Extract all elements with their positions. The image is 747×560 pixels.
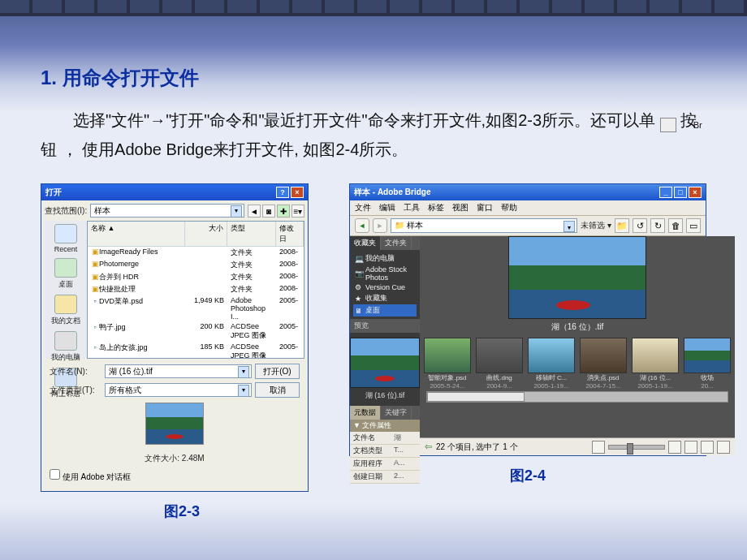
- tree-item[interactable]: 💻我的电脑: [353, 252, 417, 265]
- path-combo[interactable]: 📁 样本: [391, 218, 577, 233]
- thumbnail-card[interactable]: 移轴时 C...2005-1-19...: [527, 338, 576, 390]
- file-row[interactable]: ▫鸭子.jpg200 KBACDSee JPEG 图像2005-: [88, 321, 304, 342]
- status-prev-icon[interactable]: ⇦: [425, 442, 432, 452]
- tab-favorites[interactable]: 收藏夹: [350, 236, 381, 250]
- menu-item[interactable]: 窗口: [477, 202, 493, 213]
- rotate-cw-icon[interactable]: ↻: [650, 218, 665, 233]
- thumbnail-date: 2004-7-15...: [579, 382, 628, 390]
- file-row[interactable]: ▣Photomerge文件夹2008-: [88, 259, 304, 271]
- decorative-brick-border: [0, 0, 747, 16]
- big-preview-caption: 湖（16 位）.tif: [508, 321, 646, 333]
- close-button[interactable]: ×: [291, 187, 304, 198]
- preview-thumbnail: [145, 403, 204, 445]
- thumbnail-grid: 智能对象.psd2005-5-24...曲线.dng2004-9...移轴时 C…: [420, 333, 735, 437]
- thumbnail-card[interactable]: 牧场20...: [683, 338, 732, 390]
- place-mydocs[interactable]: 我的文档: [51, 295, 80, 326]
- file-row[interactable]: ▫DVD菜单.psd1,949 KBAdobe Photoshop I...20…: [88, 295, 304, 321]
- thumbnail-image: [424, 338, 471, 373]
- menu-item[interactable]: 标签: [428, 202, 444, 213]
- body-paragraph: 选择"文件"→"打开"命令和"最近打开文件"命令来打开文件,如图2-3所示。还可…: [41, 106, 706, 164]
- delete-icon[interactable]: 🗑: [668, 218, 683, 233]
- metadata-key: 文档类型: [353, 446, 394, 456]
- new-folder-icon[interactable]: ✚: [277, 205, 290, 218]
- tree-item[interactable]: ★收藏集: [353, 292, 417, 304]
- filename-label: 文件名(N):: [50, 366, 101, 377]
- bridge-body: 收藏夹 文件夹 💻我的电脑📷Adobe Stock Photos⚙Version…: [350, 236, 706, 455]
- place-recent[interactable]: Recent: [54, 224, 78, 253]
- filetype-combo[interactable]: 所有格式: [105, 383, 252, 397]
- file-row[interactable]: ▣ImageReady Files文件夹2008-: [88, 247, 304, 259]
- section-heading: 1. 用命令打开文件: [41, 65, 706, 91]
- thumbnail-name: 曲线.dng: [475, 373, 524, 382]
- cancel-button[interactable]: 取消: [255, 382, 300, 398]
- views-icon[interactable]: ≡▾: [291, 205, 304, 218]
- compact-mode-icon[interactable]: ▭: [686, 218, 701, 233]
- bridge-menubar: 文件编辑工具标签视图窗口帮助: [350, 200, 706, 216]
- lookin-combo[interactable]: 样本: [90, 204, 244, 218]
- menu-item[interactable]: 文件: [355, 202, 371, 213]
- recent-icon: [54, 224, 77, 243]
- up-icon[interactable]: ◙: [262, 205, 275, 218]
- thumbnail-date: 2004-9...: [475, 382, 524, 390]
- help-button[interactable]: ?: [276, 187, 289, 198]
- lookin-value: 样本: [94, 206, 110, 215]
- body-text-prefix: 选择"文件"→"打开"命令和"最近打开文件"命令来打开文件,如图2-3所示。还可…: [73, 111, 655, 129]
- menu-item[interactable]: 编辑: [379, 202, 395, 213]
- rotate-ccw-icon[interactable]: ↺: [633, 218, 647, 233]
- file-row[interactable]: ▣合并到 HDR文件夹2008-: [88, 271, 304, 283]
- view-mode-2-icon[interactable]: [684, 441, 697, 454]
- thumbnail-card[interactable]: 曲线.dng2004-9...: [475, 338, 524, 390]
- nav-forward-button[interactable]: [373, 218, 387, 233]
- tree-item-label: 收藏集: [365, 293, 387, 304]
- thumbnail-card[interactable]: 湖 (16 位...2005-1-19...: [631, 338, 680, 390]
- place-desktop[interactable]: 桌面: [54, 258, 77, 290]
- scroll-thumb[interactable]: [427, 392, 525, 402]
- tab-metadata[interactable]: 元数据: [350, 406, 381, 420]
- tree-item-label: 桌面: [365, 305, 380, 316]
- view-mode-4-icon[interactable]: [717, 441, 730, 454]
- thumbnail-card[interactable]: 智能对象.psd2005-5-24...: [423, 338, 472, 390]
- file-row[interactable]: ▣快捷批处理文件夹2008-: [88, 283, 304, 295]
- filename-input[interactable]: 湖 (16 位).tif: [105, 364, 252, 378]
- col-name[interactable]: 名称 ▲: [88, 222, 185, 246]
- preview-thumb-name: 湖 (16 位).tif: [350, 390, 420, 401]
- col-type[interactable]: 类型: [227, 222, 276, 246]
- thumbnail-size-slider[interactable]: [608, 445, 665, 450]
- view-mode-1-icon[interactable]: [668, 441, 681, 454]
- menu-item[interactable]: 工具: [404, 202, 420, 213]
- tab-keywords[interactable]: 关键字: [381, 406, 412, 420]
- tree-item[interactable]: 📷Adobe Stock Photos: [353, 265, 417, 282]
- thumbnail-card[interactable]: 消失点.psd2004-7-15...: [579, 338, 628, 390]
- open-dialog-titlebar: 打开 ? ×: [41, 184, 308, 200]
- place-mycomputer[interactable]: 我的电脑: [51, 331, 80, 363]
- adobe-dialog-checkbox[interactable]: [50, 469, 60, 480]
- minimize-button[interactable]: _: [659, 187, 672, 198]
- view-mode-3-icon[interactable]: [701, 441, 714, 454]
- slide-content: 1. 用命令打开文件 选择"文件"→"打开"命令和"最近打开文件"命令来打开文件…: [41, 32, 706, 521]
- file-list[interactable]: ▣ImageReady Files文件夹2008-▣Photomerge文件夹2…: [88, 247, 304, 358]
- back-icon[interactable]: ◄: [248, 205, 261, 218]
- col-size[interactable]: 大小: [185, 222, 227, 246]
- compact-view-icon[interactable]: [592, 441, 605, 454]
- horizontal-scrollbar[interactable]: [426, 391, 728, 403]
- col-date[interactable]: 修改日: [276, 222, 304, 246]
- tree-item[interactable]: ⚙Version Cue: [353, 282, 417, 292]
- open-button[interactable]: 打开(O): [255, 364, 300, 379]
- meta-section-title[interactable]: ▼ 文件属性: [350, 420, 420, 432]
- menu-item[interactable]: 视图: [452, 202, 468, 213]
- big-preview-area: 湖（16 位）.tif: [420, 236, 735, 333]
- status-text: 22 个项目, 选中了 1 个: [436, 442, 518, 453]
- filter-label[interactable]: 未筛选 ▾: [581, 220, 611, 231]
- favorites-tree: 💻我的电脑📷Adobe Stock Photos⚙Version Cue★收藏集…: [350, 250, 420, 319]
- close-button[interactable]: ×: [689, 187, 702, 198]
- menu-item[interactable]: 帮助: [501, 202, 517, 213]
- metadata-key: 文件名: [353, 433, 394, 443]
- tab-folders[interactable]: 文件夹: [381, 236, 412, 250]
- file-row[interactable]: ▫岛上的女孩.jpg185 KBACDSee JPEG 图像2005-: [88, 342, 304, 358]
- tree-item-icon: 🖥: [355, 307, 363, 315]
- maximize-button[interactable]: □: [674, 187, 687, 198]
- nav-back-button[interactable]: [355, 218, 369, 233]
- new-folder-icon[interactable]: 📁: [615, 218, 629, 233]
- metadata-key: 应用程序: [353, 459, 394, 469]
- tree-item[interactable]: 🖥桌面: [353, 304, 417, 317]
